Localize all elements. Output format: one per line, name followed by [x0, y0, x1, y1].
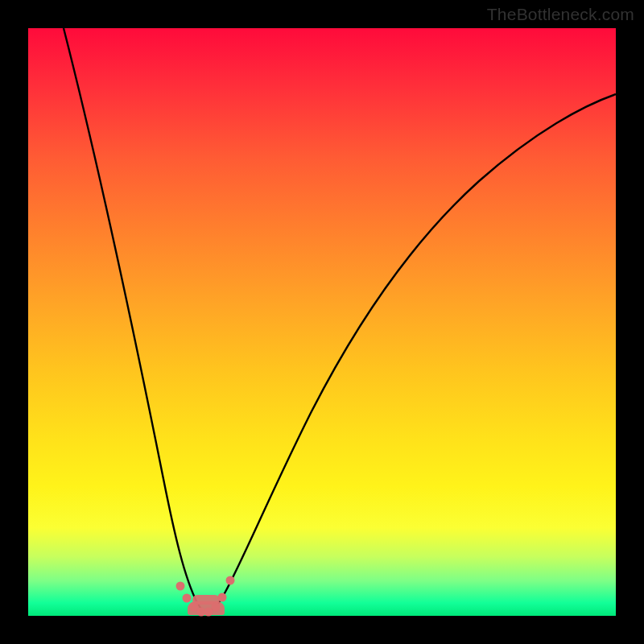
marker-dot	[218, 593, 227, 602]
marker-dot	[176, 582, 185, 591]
marker-dot	[212, 603, 221, 612]
marker-dot	[226, 576, 235, 585]
bottleneck-curve	[28, 28, 616, 616]
chart-frame: TheBottleneck.com	[0, 0, 644, 644]
watermark-text: TheBottleneck.com	[487, 5, 634, 24]
curve-left-branch	[64, 28, 207, 613]
marker-dot	[183, 594, 192, 603]
plot-area	[28, 28, 616, 616]
curve-right-branch	[207, 94, 616, 613]
